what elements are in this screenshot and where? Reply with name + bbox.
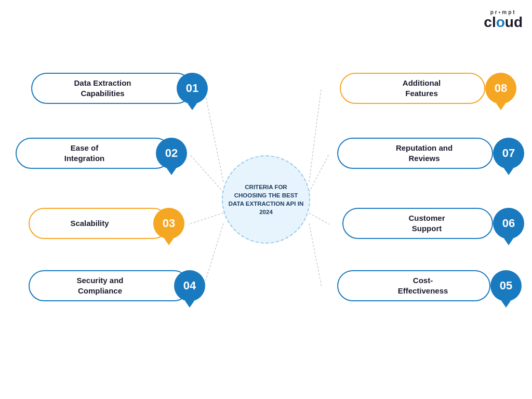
- pill-01: Data ExtractionCapabilities: [31, 73, 192, 104]
- svg-line-1: [190, 154, 223, 192]
- label-03: Scalability: [70, 218, 109, 229]
- label-05: Cost-Effectiveness: [398, 275, 448, 297]
- pill-03: Scalability: [29, 208, 169, 239]
- label-08: AdditionalFeatures: [403, 78, 441, 99]
- svg-line-2: [188, 213, 223, 224]
- pill-05: Cost-Effectiveness: [337, 270, 490, 301]
- svg-line-5: [309, 154, 329, 192]
- svg-line-7: [309, 223, 322, 287]
- bubble-08: 08: [485, 73, 516, 104]
- label-01: Data ExtractionCapabilities: [74, 78, 131, 99]
- bubble-04: 04: [174, 270, 205, 301]
- pill-04: Security andCompliance: [29, 270, 190, 301]
- bubble-01: 01: [177, 73, 208, 104]
- logo-bottom-text: cloud: [484, 15, 523, 30]
- bubble-05: 05: [490, 270, 522, 301]
- bubble-07: 07: [493, 138, 524, 169]
- item-04: Security andCompliance 04: [29, 270, 205, 301]
- label-06: CustomerSupport: [408, 213, 445, 234]
- item-05: 05 Cost-Effectiveness: [353, 270, 522, 301]
- center-text: CRITERIA FOR CHOOSING THE BEST DATA EXTR…: [223, 178, 309, 221]
- item-01: Data ExtractionCapabilities 01: [31, 73, 208, 104]
- pill-02: Ease ofIntegration: [16, 138, 171, 169]
- pill-08: AdditionalFeatures: [340, 73, 485, 104]
- center-circle: CRITERIA FOR CHOOSING THE BEST DATA EXTR…: [222, 155, 310, 244]
- bubble-02: 02: [156, 138, 187, 169]
- item-03: Scalability 03: [29, 208, 184, 239]
- label-02: Ease ofIntegration: [64, 143, 105, 164]
- item-08: 08 AdditionalFeatures: [355, 73, 516, 104]
- item-02: Ease ofIntegration 02: [16, 138, 187, 169]
- svg-line-3: [204, 223, 223, 287]
- pill-07: Reputation andReviews: [337, 138, 493, 169]
- bubble-06: 06: [493, 208, 524, 239]
- svg-line-6: [309, 213, 329, 224]
- pill-06: CustomerSupport: [342, 208, 493, 239]
- label-04: Security andCompliance: [76, 275, 123, 297]
- item-06: 06 CustomerSupport: [358, 208, 524, 239]
- svg-line-4: [309, 89, 321, 182]
- logo: pr▪mpt cloud: [484, 9, 523, 30]
- bubble-03: 03: [153, 208, 184, 239]
- item-07: 07 Reputation andReviews: [353, 138, 524, 169]
- label-07: Reputation andReviews: [396, 143, 453, 164]
